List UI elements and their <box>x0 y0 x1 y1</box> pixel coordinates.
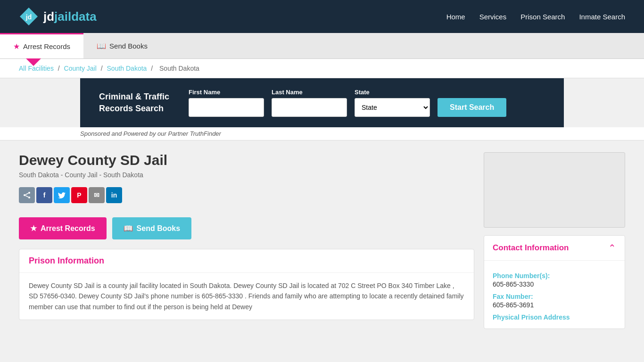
logo-area: jd jdjaildata <box>19 7 97 26</box>
svg-line-5 <box>25 193 28 195</box>
breadcrumb-sep3: / <box>151 65 155 72</box>
svg-point-3 <box>24 194 25 196</box>
nav-services[interactable]: Services <box>479 13 507 21</box>
contact-header: Contact Information ⌃ <box>484 236 625 261</box>
contact-card: Contact Information ⌃ Phone Number(s): 6… <box>484 235 625 329</box>
pink-triangle-indicator <box>26 58 41 66</box>
send-books-label: Send Books <box>137 224 180 233</box>
star-icon: ★ <box>13 42 20 51</box>
svg-text:jd: jd <box>25 13 32 21</box>
nav-links: Home Services Prison Search Inmate Searc… <box>446 13 625 21</box>
linkedin-button[interactable]: in <box>106 187 122 203</box>
start-search-button[interactable]: Start Search <box>438 98 506 117</box>
contact-toggle[interactable]: ⌃ <box>608 242 616 254</box>
left-column: Dewey County SD Jail South Dakota - Coun… <box>19 152 474 329</box>
email-button[interactable]: ✉ <box>89 187 105 203</box>
fax-label: Fax Number: <box>493 293 616 300</box>
svg-point-4 <box>28 197 30 198</box>
last-name-group: Last Name <box>272 89 347 117</box>
action-buttons: ★ Arrest Records 📖 Send Books <box>19 217 474 239</box>
tab-arrest-records[interactable]: ★ Arrest Records <box>0 33 83 58</box>
fax-value: 605-865-3691 <box>493 301 616 309</box>
ad-box <box>484 152 625 228</box>
svg-line-6 <box>25 196 28 197</box>
logo-icon: jd <box>19 7 39 26</box>
pinterest-button[interactable]: P <box>71 187 87 203</box>
state-select[interactable]: State Alabama Alaska Arizona Arkansas Ca… <box>355 98 430 117</box>
svg-point-2 <box>28 192 30 194</box>
phone-label: Phone Number(s): <box>493 272 616 280</box>
share-button[interactable] <box>19 187 35 203</box>
last-name-input[interactable] <box>272 98 347 117</box>
navbar: jd jdjaildata Home Services Prison Searc… <box>0 0 644 33</box>
contact-title: Contact Information <box>493 243 569 253</box>
facebook-button[interactable]: f <box>36 187 52 203</box>
facility-title: Dewey County SD Jail <box>19 152 474 168</box>
breadcrumb-south-dakota[interactable]: South Dakota <box>107 65 147 72</box>
search-banner-title: Criminal & Traffic Records Search <box>99 91 174 115</box>
state-label: State <box>355 89 430 96</box>
last-name-label: Last Name <box>272 89 347 96</box>
first-name-input[interactable] <box>189 98 264 117</box>
prison-info-card: Prison Information Dewey County SD Jail … <box>19 249 474 320</box>
breadcrumb-current: South Dakota <box>159 65 199 72</box>
first-name-label: First Name <box>189 89 264 96</box>
arrest-records-label: Arrest Records <box>41 224 95 233</box>
send-books-book-icon: 📖 <box>124 224 133 233</box>
book-icon: 📖 <box>97 41 106 50</box>
tab-arrest-records-label: Arrest Records <box>23 42 70 50</box>
send-books-button[interactable]: 📖 Send Books <box>112 217 191 239</box>
social-share: f P ✉ in <box>19 187 474 203</box>
nav-prison-search[interactable]: Prison Search <box>520 13 565 21</box>
right-column: Contact Information ⌃ Phone Number(s): 6… <box>484 152 625 329</box>
first-name-group: First Name <box>189 89 264 117</box>
arrest-star-icon: ★ <box>30 224 37 233</box>
breadcrumb-sep1: / <box>58 65 62 72</box>
search-fields: First Name Last Name State State Alabama… <box>189 89 545 117</box>
state-group: State State Alabama Alaska Arizona Arkan… <box>355 89 430 117</box>
tab-send-books-label: Send Books <box>109 42 148 50</box>
breadcrumb-county-jail[interactable]: County Jail <box>64 65 97 72</box>
search-banner: Criminal & Traffic Records Search First … <box>80 78 564 127</box>
prison-info-header: Prison Information <box>19 249 474 273</box>
tab-bar: ★ Arrest Records 📖 Send Books <box>0 33 644 59</box>
phone-value: 605-865-3330 <box>493 280 616 288</box>
sponsored-text: Sponsored and Powered by our Partner Tru… <box>0 127 644 140</box>
facility-subtitle: South Dakota - County Jail - South Dakot… <box>19 171 474 179</box>
twitter-button[interactable] <box>54 187 70 203</box>
arrest-records-button[interactable]: ★ Arrest Records <box>19 217 107 239</box>
prison-info-title: Prison Information <box>29 256 464 266</box>
contact-body: Phone Number(s): 605-865-3330 Fax Number… <box>484 261 625 329</box>
nav-home[interactable]: Home <box>446 13 465 21</box>
address-label: Physical Prison Address <box>493 313 616 321</box>
main-content: Dewey County SD Jail South Dakota - Coun… <box>0 140 644 341</box>
breadcrumb: All Facilities / County Jail / South Dak… <box>0 59 644 78</box>
breadcrumb-sep2: / <box>101 65 105 72</box>
logo-text: jdjaildata <box>43 9 97 24</box>
nav-inmate-search[interactable]: Inmate Search <box>579 13 625 21</box>
prison-info-body: Dewey County SD Jail is a county jail fa… <box>19 273 474 320</box>
tab-send-books[interactable]: 📖 Send Books <box>83 33 161 58</box>
